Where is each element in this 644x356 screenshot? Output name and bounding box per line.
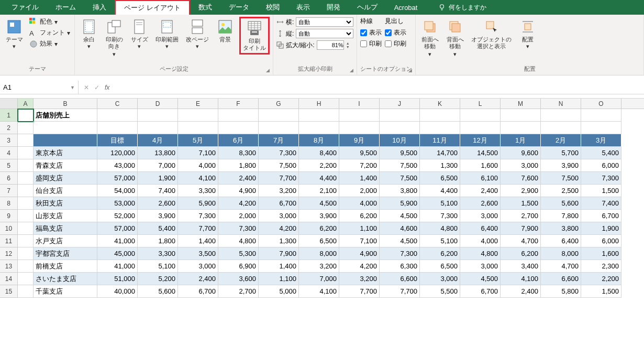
cell[interactable]: 1,100 <box>259 273 299 285</box>
cell[interactable]: 4,400 <box>420 185 460 197</box>
tab-help[interactable]: ヘルプ <box>349 1 386 14</box>
tab-review[interactable]: 校閲 <box>258 1 288 14</box>
cell[interactable] <box>420 109 460 122</box>
cell[interactable]: 1,500 <box>501 197 541 210</box>
cell[interactable] <box>581 122 621 134</box>
cell[interactable]: 仙台支店 <box>34 185 97 197</box>
cell[interactable]: 7,400 <box>581 197 621 210</box>
col-header[interactable]: E <box>178 99 218 109</box>
cell[interactable]: 4,900 <box>339 247 380 260</box>
col-header[interactable]: O <box>581 99 621 109</box>
cell[interactable]: 8月 <box>299 134 339 147</box>
gridlines-show-check[interactable]: 表示 <box>360 28 382 38</box>
cell[interactable]: 6,600 <box>541 273 581 285</box>
cell[interactable] <box>339 109 380 122</box>
cell[interactable]: 5月 <box>178 134 218 147</box>
background-button[interactable]: 背景 <box>214 17 236 45</box>
cell[interactable] <box>420 122 460 134</box>
cell[interactable]: 53,000 <box>97 197 138 210</box>
cell[interactable]: 盛岡支店 <box>34 172 97 185</box>
cell[interactable]: 7,700 <box>380 285 420 298</box>
selection-pane-button[interactable]: オブジェクトの 選択と表示 <box>469 17 514 51</box>
cell[interactable]: 9月 <box>339 134 380 147</box>
margins-button[interactable]: 余白▾ <box>78 17 100 51</box>
col-header[interactable]: M <box>501 99 541 109</box>
cell[interactable]: 6,000 <box>581 159 621 172</box>
gridlines-print-check[interactable]: 印刷 <box>360 39 382 49</box>
formula-input[interactable] <box>115 83 644 91</box>
cell[interactable]: 6,000 <box>581 235 621 247</box>
cell[interactable] <box>259 122 299 134</box>
cell[interactable]: 2,300 <box>581 260 621 273</box>
cell[interactable]: 57,000 <box>97 222 138 235</box>
cell[interactable] <box>339 122 380 134</box>
cell[interactable]: 6,100 <box>460 172 501 185</box>
width-select[interactable]: 自動 <box>296 17 353 27</box>
cell[interactable]: 2,000 <box>339 185 380 197</box>
cell[interactable]: 6,500 <box>420 172 460 185</box>
cell[interactable]: 3,200 <box>259 185 299 197</box>
cell[interactable]: 2,700 <box>218 285 259 298</box>
cell[interactable]: 1月 <box>501 134 541 147</box>
cell[interactable] <box>380 109 420 122</box>
tab-view[interactable]: 表示 <box>288 1 318 14</box>
cell[interactable]: 山形支店 <box>34 210 97 222</box>
cell[interactable]: 1,400 <box>339 172 380 185</box>
cell[interactable]: 3,200 <box>339 273 380 285</box>
cell[interactable]: 7,500 <box>380 159 420 172</box>
cell[interactable]: 4,800 <box>218 235 259 247</box>
cell[interactable]: 6,700 <box>460 285 501 298</box>
cell[interactable]: 11月 <box>420 134 460 147</box>
fonts-button[interactable]: A フォント ▾ <box>28 28 71 38</box>
cell[interactable]: 2,200 <box>299 159 339 172</box>
cell[interactable]: 店舗別売上 <box>34 109 97 122</box>
cell[interactable]: 6月 <box>218 134 259 147</box>
cell[interactable]: 1,500 <box>581 185 621 197</box>
cell[interactable]: 6,400 <box>541 235 581 247</box>
row-header[interactable]: 12 <box>0 247 18 260</box>
enter-icon[interactable]: ✓ <box>94 84 99 91</box>
bring-forward-button[interactable]: 前面へ 移動▾ <box>419 17 441 60</box>
cell[interactable]: 4,500 <box>299 197 339 210</box>
cell[interactable]: 2,400 <box>178 273 218 285</box>
select-all-corner[interactable] <box>0 99 18 109</box>
cell[interactable]: 43,000 <box>97 159 138 172</box>
cell[interactable]: 40,000 <box>97 285 138 298</box>
cell[interactable]: 4,900 <box>218 185 259 197</box>
cell[interactable]: 8,000 <box>299 247 339 260</box>
cell[interactable]: 2,200 <box>581 273 621 285</box>
cell[interactable]: 6,200 <box>299 222 339 235</box>
effects-button[interactable]: 効果 ▾ <box>28 39 71 49</box>
cell[interactable]: 3,000 <box>420 273 460 285</box>
cell[interactable]: 1,300 <box>420 159 460 172</box>
cell[interactable]: 青森支店 <box>34 159 97 172</box>
cell[interactable]: 5,300 <box>218 247 259 260</box>
cell[interactable]: 54,000 <box>97 185 138 197</box>
cell[interactable]: 1,900 <box>581 222 621 235</box>
cell[interactable]: 5,400 <box>138 222 178 235</box>
cell[interactable]: 4,000 <box>460 235 501 247</box>
cell[interactable]: 45,000 <box>97 247 138 260</box>
cell[interactable]: 5,400 <box>581 147 621 159</box>
cell[interactable] <box>178 109 218 122</box>
cell[interactable]: 5,700 <box>541 147 581 159</box>
cell[interactable]: 3,000 <box>460 260 501 273</box>
cell[interactable]: 41,000 <box>97 260 138 273</box>
col-header[interactable]: G <box>259 99 299 109</box>
scale-spinner[interactable]: ▲▼ <box>346 41 350 49</box>
print-titles-button[interactable]: 印刷 タイトル <box>239 17 270 55</box>
cell[interactable]: 3,800 <box>380 185 420 197</box>
cell[interactable]: 5,600 <box>541 197 581 210</box>
col-header[interactable]: N <box>541 99 581 109</box>
cell[interactable] <box>299 122 339 134</box>
themes-button[interactable]: テーマ▾ <box>3 17 25 51</box>
cell[interactable]: さいたま支店 <box>34 273 97 285</box>
scale-input[interactable] <box>317 40 344 50</box>
orientation-button[interactable]: 印刷の 向き ▾ <box>103 17 125 60</box>
cell[interactable]: 4月 <box>138 134 178 147</box>
cell[interactable]: 3,900 <box>299 210 339 222</box>
row-header[interactable]: 3 <box>0 134 18 147</box>
name-box[interactable]: ▼ <box>0 81 79 94</box>
cell[interactable]: 4,200 <box>259 222 299 235</box>
cell[interactable]: 3,500 <box>178 247 218 260</box>
